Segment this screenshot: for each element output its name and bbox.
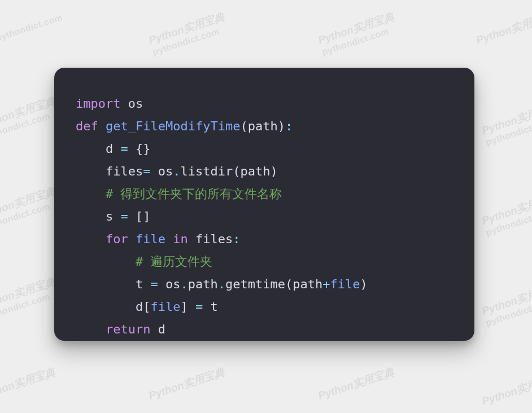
code-line-11: return d	[76, 322, 165, 336]
code-card: import os def get_FileModifyTime(path): …	[54, 68, 474, 341]
code-line-2: def get_FileModifyTime(path):	[76, 119, 293, 133]
code-line-5: # 得到文件夹下的所有文件名称	[76, 187, 282, 201]
code-line-9: t = os.path.getmtime(path+file)	[76, 277, 368, 291]
code-block: import os def get_FileModifyTime(path): …	[54, 68, 474, 341]
code-line-3: d = {}	[76, 142, 150, 156]
code-line-4: files= os.listdir(path)	[76, 164, 278, 178]
code-line-7: for file in files:	[76, 232, 240, 246]
code-line-10: d[file] = t	[76, 300, 218, 314]
code-line-8: # 遍历文件夹	[76, 254, 212, 269]
code-line-6: s = []	[76, 209, 150, 223]
code-line-1: import os	[76, 96, 143, 111]
